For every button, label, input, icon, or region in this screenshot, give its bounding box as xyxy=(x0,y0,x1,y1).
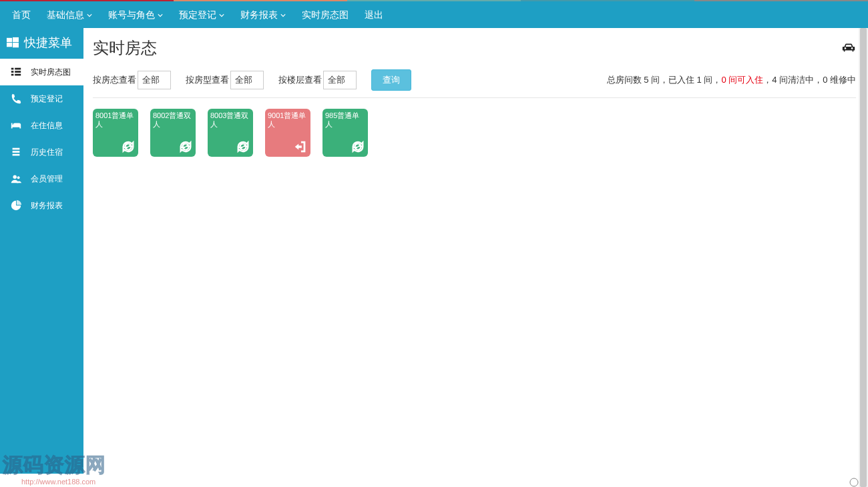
sidebar-item-2[interactable]: 在住信息 xyxy=(0,112,83,139)
stats-cleaning: 4 间清洁中， xyxy=(772,75,823,85)
svg-rect-12 xyxy=(13,154,20,156)
svg-rect-9 xyxy=(15,74,21,76)
room-card[interactable]: 9001普通单人 xyxy=(265,109,310,157)
svg-rect-11 xyxy=(13,151,20,153)
room-label: 8003普通双人 xyxy=(210,111,250,129)
svg-point-14 xyxy=(17,176,20,179)
nav-item-label: 退出 xyxy=(365,1,383,28)
sidebar-item-label: 实时房态图 xyxy=(31,67,71,78)
stats-repair: 0 维修中 xyxy=(823,75,856,85)
room-card[interactable]: 8002普通双人 xyxy=(150,109,196,157)
sidebar-header: 快捷菜单 xyxy=(0,28,83,59)
filter-floor-value: 全部 xyxy=(328,75,345,85)
windows-icon xyxy=(7,37,19,49)
nav-item-6[interactable]: 退出 xyxy=(357,1,391,28)
chevron-down-icon xyxy=(219,1,224,28)
svg-rect-0 xyxy=(7,38,12,42)
phone-icon xyxy=(9,92,23,105)
nav-item-label: 基础信息 xyxy=(47,1,84,28)
pie-icon xyxy=(9,199,23,212)
sidebar-item-label: 历史住宿 xyxy=(31,147,63,158)
svg-rect-2 xyxy=(7,43,12,47)
nav-item-4[interactable]: 财务报表 xyxy=(232,1,294,28)
filter-status-value: 全部 xyxy=(142,75,160,85)
nav-item-2[interactable]: 账号与角色 xyxy=(100,1,171,28)
sidebar-item-label: 在住信息 xyxy=(31,120,63,131)
sidebar-item-label: 财务报表 xyxy=(31,200,63,211)
query-button[interactable]: 查询 xyxy=(371,69,411,91)
stats-total-label: 总房间数 xyxy=(607,75,644,85)
filter-floor-label: 按楼层查看 xyxy=(278,74,322,86)
scrollbar-thumb[interactable] xyxy=(860,28,867,487)
room-label: 8002普通双人 xyxy=(153,111,193,129)
sidebar-item-1[interactable]: 预定登记 xyxy=(0,85,83,112)
sidebar-title: 快捷菜单 xyxy=(24,35,72,51)
stats-available: 0 间可入住 xyxy=(721,75,763,85)
svg-rect-7 xyxy=(15,71,21,73)
filter-type-select[interactable]: 全部 xyxy=(230,71,264,89)
stats-sep1: ， xyxy=(763,75,772,85)
nav-item-5[interactable]: 实时房态图 xyxy=(294,1,357,28)
stack-icon xyxy=(9,145,23,159)
watermark-url: http://www.net188.com xyxy=(21,478,106,486)
room-card[interactable]: 8001普通单人 xyxy=(93,109,138,157)
filter-type-label: 按房型查看 xyxy=(186,74,229,86)
svg-rect-4 xyxy=(11,68,14,70)
stats-total-unit: 间， xyxy=(648,75,668,85)
filter-status-select[interactable]: 全部 xyxy=(138,71,171,89)
stats-summary: 总房间数 5 间，已入住 1 间，0 间可入住，4 间清洁中，0 维修中 xyxy=(607,74,857,86)
sidebar-item-label: 会员管理 xyxy=(31,173,63,185)
refresh-icon xyxy=(178,139,193,154)
nav-item-1[interactable]: 基础信息 xyxy=(39,1,100,28)
refresh-icon xyxy=(121,139,136,154)
svg-rect-1 xyxy=(13,37,19,42)
chevron-down-icon xyxy=(280,1,286,28)
car-icon[interactable] xyxy=(841,40,856,57)
nav-item-label: 首页 xyxy=(12,1,31,28)
svg-rect-3 xyxy=(13,43,19,47)
svg-rect-10 xyxy=(13,148,20,150)
list-icon xyxy=(9,65,23,79)
filter-status-label: 按房态查看 xyxy=(93,74,136,86)
svg-rect-6 xyxy=(11,71,14,73)
room-label: 8001普通单人 xyxy=(95,111,136,129)
bed-icon xyxy=(9,119,23,132)
nav-item-label: 预定登记 xyxy=(179,1,216,28)
sidebar-item-5[interactable]: 财务报表 xyxy=(0,192,83,219)
nav-item-0[interactable]: 首页 xyxy=(4,1,39,28)
main-content: 实时房态 按房态查看 全部 按房型查看 全部 按楼层查看 全部 xyxy=(83,28,868,474)
nav-item-label: 账号与角色 xyxy=(108,1,155,28)
sidebar-item-0[interactable]: 实时房态图 xyxy=(0,59,83,85)
nav-item-3[interactable]: 预定登记 xyxy=(171,1,232,28)
sidebar: 快捷菜单 实时房态图预定登记在住信息历史住宿会员管理财务报表 xyxy=(0,28,83,474)
stats-checked-unit: 间， xyxy=(702,75,722,85)
sidebar-item-4[interactable]: 会员管理 xyxy=(0,165,83,192)
svg-point-15 xyxy=(850,478,858,486)
svg-rect-8 xyxy=(11,74,14,76)
room-card[interactable]: 985普通单人 xyxy=(322,109,368,157)
chevron-down-icon xyxy=(87,1,92,28)
chevron-down-icon xyxy=(158,1,163,28)
divider xyxy=(93,97,856,98)
svg-point-13 xyxy=(13,175,17,179)
page-title: 实时房态 xyxy=(93,37,157,59)
vertical-scrollbar[interactable] xyxy=(859,28,868,487)
filter-type-value: 全部 xyxy=(235,75,252,85)
svg-rect-5 xyxy=(15,68,21,70)
user-icon xyxy=(9,172,23,185)
stats-checked-value: 1 xyxy=(697,75,702,85)
room-label: 9001普通单人 xyxy=(268,111,308,129)
room-card[interactable]: 8003普通双人 xyxy=(208,109,253,157)
sidebar-item-3[interactable]: 历史住宿 xyxy=(0,139,83,165)
enter-icon xyxy=(293,139,308,154)
filter-floor-select[interactable]: 全部 xyxy=(323,71,357,89)
room-label: 985普通单人 xyxy=(325,111,365,129)
refresh-icon xyxy=(236,139,250,154)
top-nav: 首页基础信息账号与角色预定登记财务报表实时房态图退出 xyxy=(0,1,868,28)
stats-checked-label: 已入住 xyxy=(668,75,697,85)
filter-row: 按房态查看 全部 按房型查看 全部 按楼层查看 全部 查询 总房间数 5 间，已… xyxy=(93,69,856,91)
resize-grip-icon xyxy=(849,478,859,487)
nav-item-label: 实时房态图 xyxy=(302,1,349,28)
room-grid: 8001普通单人8002普通双人8003普通双人9001普通单人985普通单人 xyxy=(93,109,856,157)
sidebar-item-label: 预定登记 xyxy=(31,93,63,105)
